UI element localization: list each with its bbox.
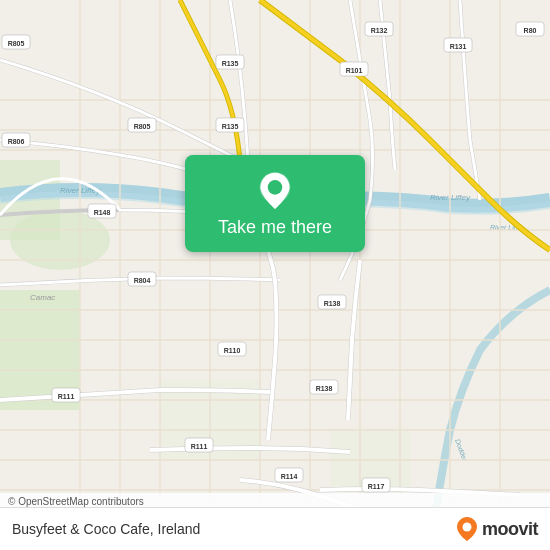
- svg-text:R111: R111: [191, 443, 208, 450]
- bottom-bar: Busyfeet & Coco Cafe, Ireland moovit: [0, 507, 550, 550]
- svg-text:R135: R135: [222, 123, 239, 130]
- moovit-text: moovit: [482, 519, 538, 540]
- svg-text:R805: R805: [8, 40, 25, 47]
- svg-text:R101: R101: [346, 67, 363, 74]
- svg-text:R117: R117: [368, 483, 385, 490]
- location-pin-icon: [255, 171, 295, 211]
- svg-text:R131: R131: [450, 43, 467, 50]
- take-me-there-button[interactable]: Take me there: [185, 155, 365, 252]
- svg-text:R805: R805: [134, 123, 151, 130]
- svg-text:R138: R138: [316, 385, 333, 392]
- moovit-logo: moovit: [456, 516, 538, 542]
- svg-text:R110: R110: [224, 347, 241, 354]
- svg-text:R132: R132: [371, 27, 388, 34]
- map-container: River Liffey River Liffey River Liff... …: [0, 0, 550, 550]
- svg-text:R806: R806: [8, 138, 25, 145]
- map-svg: River Liffey River Liffey River Liff... …: [0, 0, 550, 550]
- svg-point-69: [268, 180, 283, 195]
- svg-point-70: [462, 523, 471, 532]
- svg-point-2: [10, 210, 110, 270]
- moovit-pin-icon: [456, 516, 478, 542]
- svg-text:Dodder: Dodder: [454, 438, 469, 463]
- svg-text:Camac: Camac: [30, 293, 55, 302]
- svg-text:R114: R114: [281, 473, 298, 480]
- svg-text:R804: R804: [134, 277, 151, 284]
- take-me-there-label: Take me there: [218, 217, 332, 238]
- location-name: Busyfeet & Coco Cafe, Ireland: [12, 521, 200, 537]
- attribution-text: © OpenStreetMap contributors: [8, 496, 144, 507]
- svg-text:R111: R111: [58, 393, 75, 400]
- svg-text:R138: R138: [324, 300, 341, 307]
- svg-text:R135: R135: [222, 60, 239, 67]
- svg-text:R148: R148: [94, 209, 111, 216]
- svg-text:R80: R80: [524, 27, 537, 34]
